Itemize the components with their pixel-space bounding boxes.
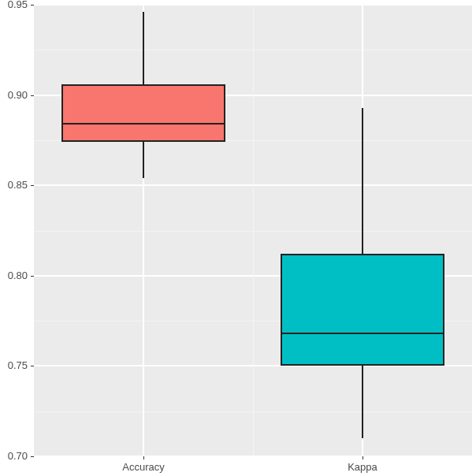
boxplot-chart: 0.700.750.800.850.900.95 AccuracyKappa [0,0,476,476]
box [281,254,445,366]
y-tick-label: 0.70 [0,450,28,462]
whisker-upper [143,12,144,84]
median-line [61,123,226,125]
y-tick-label: 0.85 [0,179,28,191]
y-tick-label: 0.80 [0,270,28,281]
y-tick [31,5,34,6]
median-line [281,333,445,334]
grid-minor-v [253,5,254,456]
y-tick-label: 0.75 [0,359,28,371]
x-tick [143,456,144,459]
y-tick [31,456,34,457]
whisker-lower [143,142,144,178]
x-tick [363,456,363,459]
box [61,84,226,142]
y-tick-label: 0.95 [0,0,28,10]
x-tick-label: Accuracy [122,461,164,473]
whisker-lower [362,366,363,438]
x-tick-label: Kappa [348,461,377,473]
y-tick [31,276,34,277]
y-tick [31,185,34,186]
y-tick [31,366,34,366]
y-tick [31,95,34,96]
whisker-upper [362,108,363,255]
y-tick-label: 0.90 [0,89,28,101]
